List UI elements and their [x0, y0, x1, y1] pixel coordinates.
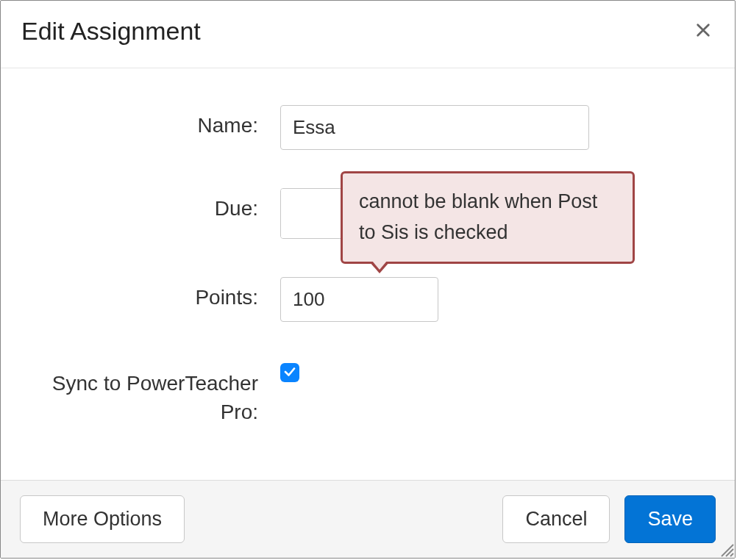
dialog-footer: More Options Cancel Save [1, 480, 735, 558]
edit-assignment-dialog: Edit Assignment cannot be blank when Pos… [0, 0, 736, 559]
dialog-body-scroll[interactable]: Name: Due: [1, 68, 735, 480]
save-button[interactable]: Save [624, 495, 716, 543]
more-options-button[interactable]: More Options [20, 495, 185, 543]
dialog-title: Edit Assignment [21, 17, 201, 46]
sync-checkbox[interactable] [280, 363, 299, 382]
points-input[interactable] [280, 277, 438, 322]
sync-row: Sync to PowerTeacher Pro: [30, 360, 705, 426]
dialog-titlebar: Edit Assignment [1, 1, 735, 68]
svg-line-12 [730, 553, 733, 556]
close-button[interactable] [692, 19, 714, 44]
due-label: Due: [30, 188, 280, 220]
resize-grip-icon[interactable] [717, 540, 735, 558]
name-label: Name: [30, 105, 280, 137]
cancel-button[interactable]: Cancel [502, 495, 610, 543]
tooltip-arrow-icon [369, 262, 390, 273]
close-icon [695, 21, 711, 43]
assignment-form: Name: Due: [1, 68, 735, 478]
validation-tooltip-text: cannot be blank when Post to Sis is chec… [359, 190, 597, 243]
sync-label: Sync to PowerTeacher Pro: [30, 360, 280, 426]
name-row: Name: [30, 105, 705, 150]
check-icon [283, 365, 296, 381]
name-input[interactable] [280, 105, 589, 150]
validation-tooltip: cannot be blank when Post to Sis is chec… [341, 171, 635, 264]
points-row: Points: [30, 277, 705, 322]
points-label: Points: [30, 277, 280, 309]
